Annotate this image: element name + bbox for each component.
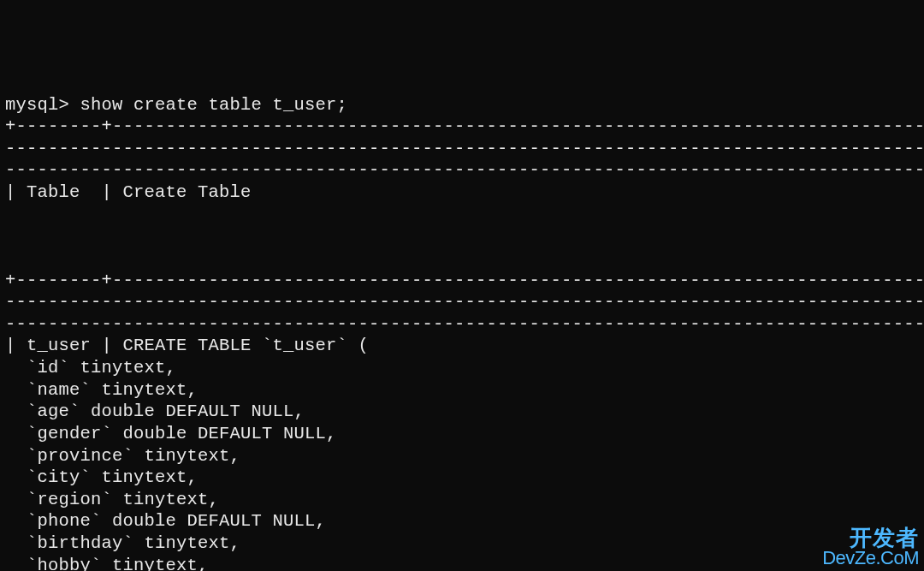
separator-line: +--------+------------------------------… xyxy=(5,116,924,136)
column-definition: `birthday` tinytext, xyxy=(5,533,240,553)
separator-line: ----------------------------------------… xyxy=(5,139,924,158)
separator-line: ----------------------------------------… xyxy=(5,292,924,312)
table-header-end: | xyxy=(5,248,924,268)
terminal-output: mysql> show create table t_user; +------… xyxy=(5,94,919,572)
watermark: 开发者 DevZe.CoM xyxy=(822,526,919,568)
column-definition: `id` tinytext, xyxy=(5,358,176,378)
column-definition: `name` tinytext, xyxy=(5,380,198,400)
column-definition: `province` tinytext, xyxy=(5,446,240,466)
column-definition: `phone` double DEFAULT NULL, xyxy=(5,511,326,531)
sql-command: show create table t_user; xyxy=(80,95,348,115)
column-definition: `gender` double DEFAULT NULL, xyxy=(5,424,337,443)
separator-line: ----------------------------------------… xyxy=(5,314,924,334)
watermark-text-bottom: DevZe.CoM xyxy=(822,549,919,568)
mysql-prompt: mysql> xyxy=(5,95,80,115)
column-definition: `age` double DEFAULT NULL, xyxy=(5,401,305,421)
create-table-line: | t_user | CREATE TABLE `t_user` ( xyxy=(5,336,369,355)
watermark-text-top: 开发者 xyxy=(850,526,919,549)
separator-line: ----------------------------------------… xyxy=(5,160,924,180)
column-definition: `city` tinytext, xyxy=(5,467,198,487)
table-header: | Table | Create Table xyxy=(5,182,252,202)
column-definition: `region` tinytext, xyxy=(5,490,219,509)
separator-line: +--------+------------------------------… xyxy=(5,271,924,290)
column-definition: `hobby` tinytext, xyxy=(5,556,209,571)
